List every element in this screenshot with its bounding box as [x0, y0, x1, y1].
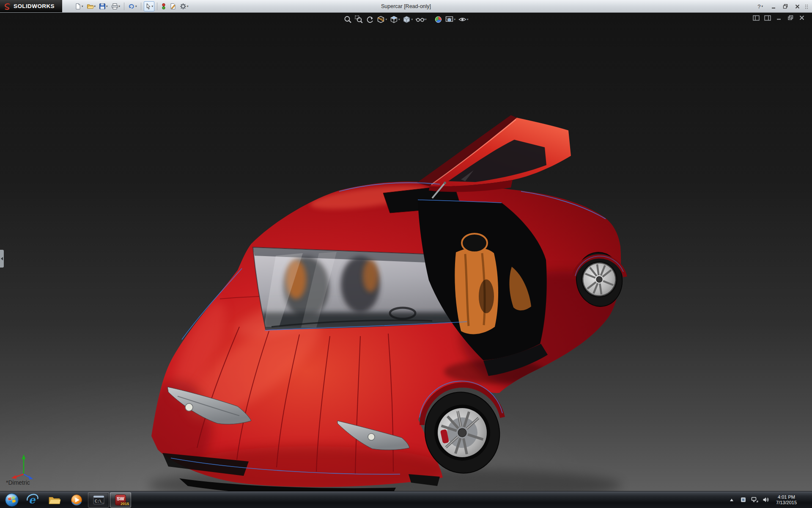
hide-show-items-button[interactable]: ▾ — [415, 15, 427, 24]
windows-orb-icon — [5, 493, 19, 507]
tray-app-button[interactable] — [738, 494, 748, 506]
doc-restore-icon — [788, 15, 793, 20]
hidden-icons-chevron-icon — [729, 498, 734, 502]
file-properties-icon — [170, 3, 176, 10]
file-explorer-button[interactable] — [44, 492, 65, 508]
tray-app-icon — [740, 497, 746, 503]
internet-explorer-button[interactable]: e — [22, 492, 43, 508]
view-orientation-button[interactable]: ▾ — [389, 15, 401, 24]
print-button[interactable]: ▾ — [110, 1, 122, 11]
solidworks-logo: SOLIDWORKS — [0, 0, 62, 12]
start-button[interactable] — [2, 492, 22, 508]
display-style-button[interactable]: ▾ — [402, 15, 413, 24]
print-icon — [111, 3, 118, 10]
open-folder-icon — [87, 3, 94, 10]
titlebar-controls: ? ▾ — [757, 0, 810, 13]
apply-scene-button[interactable]: ▾ — [445, 15, 456, 24]
command-prompt-icon: C:\_ — [93, 495, 104, 505]
volume-button[interactable] — [761, 494, 771, 506]
orientation-label: *Dimetric — [6, 479, 30, 486]
view-orientation-cube-icon — [390, 15, 398, 24]
new-document-button[interactable]: ▾ — [73, 1, 85, 11]
system-tray: 4:01 PM 7/13/2015 — [727, 491, 812, 508]
command-prompt-button[interactable]: C:\_ — [88, 492, 109, 508]
edit-appearance-icon — [434, 15, 443, 24]
split-pane-right-button[interactable] — [763, 14, 772, 21]
hidden-icons-button[interactable] — [727, 494, 737, 506]
main-toolbar: ▾ ▾ ▾ ▾ ▾ — [62, 0, 190, 12]
zoom-to-fit-button[interactable] — [343, 15, 352, 24]
section-view-button[interactable]: ▾ — [376, 15, 387, 24]
minimize-button[interactable] — [768, 2, 779, 11]
zoom-to-area-icon — [354, 15, 363, 24]
toolbar-separator — [141, 3, 141, 10]
solidworks-taskbar-button[interactable]: SW 2015 — [110, 492, 131, 508]
view-settings-eye-icon — [458, 15, 466, 24]
doc-minimize-button[interactable] — [775, 14, 783, 21]
toolbar-overflow-icon[interactable] — [804, 4, 809, 9]
taskbar: e C:\_ — [0, 491, 812, 508]
dassault-logo-icon — [3, 3, 11, 10]
media-player-button[interactable] — [66, 492, 87, 508]
close-icon — [795, 4, 800, 9]
split-pane-right-icon — [764, 15, 771, 21]
featuremanager-collapsed-tab[interactable] — [0, 250, 4, 268]
show-desktop-button[interactable] — [802, 494, 812, 506]
undo-icon — [128, 3, 135, 10]
restore-button[interactable] — [780, 2, 791, 11]
doc-restore-button[interactable] — [786, 14, 795, 21]
toolbar-separator — [157, 3, 157, 10]
previous-view-icon — [365, 15, 374, 24]
solidworks-version-badge: 2015 — [121, 502, 129, 506]
hide-show-items-icon — [415, 15, 425, 24]
view-toolbar: ▾ ▾ ▾ ▾ — [340, 14, 471, 25]
previous-view-button[interactable] — [365, 15, 374, 24]
network-icon — [751, 497, 758, 503]
edit-appearance-button[interactable] — [434, 15, 443, 24]
media-player-icon — [71, 494, 82, 506]
tray-date: 7/13/2015 — [776, 500, 797, 505]
clock[interactable]: 4:01 PM 7/13/2015 — [772, 494, 801, 505]
split-pane-left-button[interactable] — [752, 14, 760, 21]
section-view-icon — [376, 15, 385, 24]
orientation-triad — [9, 452, 41, 483]
svg-text:C:\_: C:\_ — [95, 499, 104, 503]
help-label: ? — [757, 3, 760, 10]
options-button[interactable]: ▾ — [178, 1, 190, 11]
rebuild-stoplight-icon — [161, 3, 166, 10]
supercar-model[interactable] — [0, 13, 812, 491]
toolbar-separator — [124, 3, 124, 10]
open-button[interactable]: ▾ — [85, 1, 97, 11]
volume-icon — [763, 497, 769, 503]
network-button[interactable] — [749, 494, 760, 506]
file-properties-button[interactable] — [168, 1, 178, 11]
document-window-controls — [752, 14, 806, 21]
document-title: Supercar [Read-only] — [381, 0, 431, 13]
doc-close-icon — [799, 15, 804, 20]
viewport-3d[interactable]: ▾ ▾ ▾ ▾ — [0, 13, 812, 491]
titlebar: SOLIDWORKS ▾ ▾ ▾ — [0, 0, 812, 13]
zoom-to-area-button[interactable] — [354, 15, 363, 24]
display-style-icon — [402, 15, 411, 24]
close-button[interactable] — [792, 2, 803, 11]
restore-icon — [783, 4, 788, 9]
rebuild-button[interactable] — [160, 1, 167, 11]
undo-button[interactable]: ▾ — [127, 1, 138, 11]
folder-icon — [48, 495, 61, 505]
save-icon — [99, 3, 106, 10]
view-settings-button[interactable]: ▾ — [458, 15, 469, 24]
select-button[interactable]: ▾ — [144, 1, 155, 11]
doc-close-button[interactable] — [798, 14, 806, 21]
app-name: SOLIDWORKS — [14, 3, 55, 9]
options-gear-icon — [180, 3, 187, 10]
apply-scene-icon — [445, 15, 454, 24]
doc-minimize-icon — [776, 15, 782, 20]
internet-explorer-icon: e — [26, 494, 39, 506]
save-button[interactable]: ▾ — [98, 1, 109, 11]
zoom-to-fit-icon — [343, 15, 352, 24]
svg-text:SW: SW — [117, 496, 124, 501]
gullwing-door — [417, 115, 571, 198]
select-cursor-icon — [145, 3, 151, 10]
help-button[interactable]: ? ▾ — [757, 3, 763, 10]
split-pane-left-icon — [753, 15, 760, 21]
